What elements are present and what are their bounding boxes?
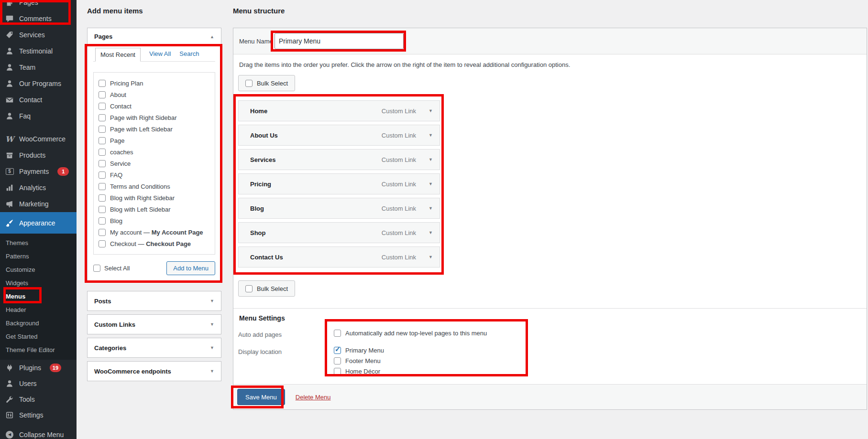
sidebar-item-our-programs[interactable]: Our Programs xyxy=(0,75,77,92)
chevron-down-icon[interactable]: ▼ xyxy=(429,108,433,113)
submenu-item-get-started[interactable]: Get Started xyxy=(0,330,77,343)
menu-item-about-us[interactable]: About Us Custom Link ▼ xyxy=(238,125,440,146)
submenu-item-theme-file-editor[interactable]: Theme File Editor xyxy=(0,343,77,357)
sidebar-item-payments[interactable]: $ Payments 1 xyxy=(0,163,77,180)
primary-menu-checkbox[interactable] xyxy=(334,347,341,354)
checkbox[interactable] xyxy=(99,114,106,121)
checkbox[interactable] xyxy=(99,171,106,179)
posts-accordion-panel[interactable]: Posts ▼ xyxy=(87,291,221,311)
checkbox[interactable] xyxy=(99,126,106,133)
select-all-checkbox[interactable] xyxy=(93,265,100,272)
bulk-select-checkbox[interactable] xyxy=(245,80,253,87)
chevron-down-icon[interactable]: ▼ xyxy=(429,206,433,211)
auto-add-checkbox[interactable] xyxy=(334,330,341,337)
bulk-select-toggle-bottom[interactable]: Bulk Select xyxy=(238,280,295,297)
delete-menu-link[interactable]: Delete Menu xyxy=(296,394,331,401)
page-item-label: coaches xyxy=(110,149,133,156)
checkbox[interactable] xyxy=(99,103,106,110)
menu-name-input[interactable] xyxy=(275,33,404,49)
checkbox[interactable] xyxy=(99,217,106,225)
page-checkbox-row: Checkout — Checkout Page xyxy=(99,238,215,249)
submenu-item-widgets[interactable]: Widgets xyxy=(0,277,77,290)
footer-menu-checkbox[interactable] xyxy=(334,357,341,364)
sidebar-item-comments[interactable]: Comments xyxy=(0,11,77,27)
sidebar-item-tools[interactable]: Tools xyxy=(0,391,77,407)
tab-search[interactable]: Search xyxy=(179,50,199,61)
checkbox[interactable] xyxy=(99,194,106,202)
collapse-menu-button[interactable]: ◀ Collapse Menu xyxy=(0,427,77,439)
sidebar-item-label: Analytics xyxy=(19,184,46,192)
sidebar-item-settings[interactable]: Settings xyxy=(0,407,77,423)
chevron-down-icon[interactable]: ▼ xyxy=(429,255,433,259)
location-option-primary-menu: Primary Menu xyxy=(334,347,384,354)
menu-item-type: Custom Link xyxy=(382,181,416,188)
checkbox[interactable] xyxy=(99,206,106,213)
checkbox[interactable] xyxy=(99,160,106,167)
submenu-item-customize[interactable]: Customize xyxy=(0,263,77,277)
chevron-down-icon[interactable]: ▼ xyxy=(429,182,433,186)
checkbox[interactable] xyxy=(99,183,106,190)
chevron-down-icon[interactable]: ▼ xyxy=(429,230,433,235)
checkbox[interactable] xyxy=(99,91,106,98)
checkbox[interactable] xyxy=(99,240,106,247)
sidebar-item-appearance[interactable]: Appearance xyxy=(0,212,77,234)
sidebar-item-label: Team xyxy=(19,64,35,71)
page-item-label: Contact xyxy=(110,103,132,110)
sidebar-item-label: Products xyxy=(19,151,45,159)
sidebar-item-users[interactable]: Users xyxy=(0,375,77,391)
menu-item-home[interactable]: Home Custom Link ▼ xyxy=(238,100,440,121)
sidebar-item-pages[interactable]: Pages xyxy=(0,0,77,11)
sidebar-item-analytics[interactable]: Analytics xyxy=(0,180,77,196)
add-menu-items-column: Add menu items Pages ▲ Most Recent View … xyxy=(87,7,221,381)
submenu-item-themes[interactable]: Themes xyxy=(0,236,77,250)
menu-settings-section: Menu Settings Auto add pages Automatical… xyxy=(238,309,862,378)
location-option-footer-menu: Footer Menu xyxy=(334,357,384,364)
sidebar-item-marketing[interactable]: Marketing xyxy=(0,196,77,212)
submenu-item-header[interactable]: Header xyxy=(0,303,77,317)
sidebar-item-products[interactable]: Products xyxy=(0,147,77,163)
checkbox[interactable] xyxy=(99,137,106,144)
menu-item-pricing[interactable]: Pricing Custom Link ▼ xyxy=(238,173,440,194)
checkbox[interactable] xyxy=(99,80,106,87)
bulk-select-checkbox[interactable] xyxy=(245,285,253,292)
chevron-down-icon[interactable]: ▼ xyxy=(429,157,433,162)
person-icon xyxy=(5,79,14,88)
bulk-select-toggle-top[interactable]: Bulk Select xyxy=(238,75,295,91)
page-checkbox-row: FAQ xyxy=(99,169,215,181)
save-menu-button[interactable]: Save Menu xyxy=(237,389,285,405)
menu-item-contact-us[interactable]: Contact Us Custom Link ▼ xyxy=(238,246,440,268)
menu-item-label: Services xyxy=(250,156,382,163)
sidebar-item-services[interactable]: Services xyxy=(0,27,77,43)
sidebar-item-woocommerce[interactable]: W WooCommerce xyxy=(0,131,77,147)
checkbox[interactable] xyxy=(99,149,106,156)
custom-links-accordion-panel[interactable]: Custom Links ▼ xyxy=(87,314,221,334)
page-item-label: Blog xyxy=(110,217,122,225)
submenu-item-background[interactable]: Background xyxy=(0,317,77,330)
menu-item-blog[interactable]: Blog Custom Link ▼ xyxy=(238,198,440,219)
chevron-down-icon[interactable]: ▼ xyxy=(429,133,433,138)
woocommerce-endpoints-accordion-panel[interactable]: WooCommerce endpoints ▼ xyxy=(87,361,221,381)
submenu-item-menus[interactable]: Menus xyxy=(0,290,77,303)
sidebar-item-testimonial[interactable]: Testimonial xyxy=(0,43,77,59)
page-checkbox-row: Blog xyxy=(99,215,215,226)
pages-panel-header[interactable]: Pages ▲ xyxy=(88,28,221,45)
submenu-item-patterns[interactable]: Patterns xyxy=(0,250,77,263)
sidebar-item-team[interactable]: Team xyxy=(0,59,77,75)
menu-structure-panel: Menu Name Drag the items into the order … xyxy=(233,28,867,410)
categories-accordion-panel[interactable]: Categories ▼ xyxy=(87,338,221,358)
auto-add-pages-label: Auto add pages xyxy=(238,330,334,340)
collapse-icon: ◀ xyxy=(5,430,14,439)
menu-item-shop[interactable]: Shop Custom Link ▼ xyxy=(238,222,440,243)
home-decor-checkbox[interactable] xyxy=(334,368,341,375)
checkbox[interactable] xyxy=(99,229,106,236)
select-all-row: Select All Add to Menu xyxy=(88,255,221,282)
add-to-menu-button[interactable]: Add to Menu xyxy=(166,261,215,275)
tab-most-recent[interactable]: Most Recent xyxy=(95,48,141,62)
sidebar-item-label: Contact xyxy=(19,96,42,104)
menu-items-list: Home Custom Link ▼ About Us Custom Link … xyxy=(238,100,440,268)
sidebar-item-faq[interactable]: Faq xyxy=(0,108,77,124)
menu-item-services[interactable]: Services Custom Link ▼ xyxy=(238,149,440,170)
tab-view-all[interactable]: View All xyxy=(149,50,171,61)
sidebar-item-contact[interactable]: Contact xyxy=(0,92,77,108)
sidebar-item-plugins[interactable]: Plugins 19 xyxy=(0,360,77,375)
